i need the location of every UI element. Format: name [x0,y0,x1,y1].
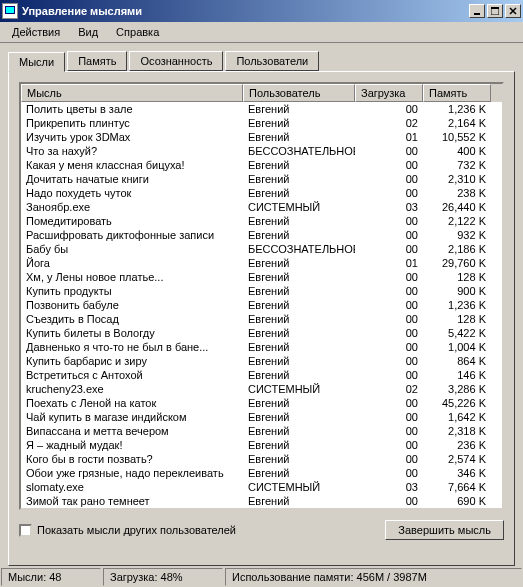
cell-user: Евгений [243,116,355,130]
cell-thought: Обои уже грязные, надо переклеивать [21,466,243,480]
column-user[interactable]: Пользователь [243,84,355,102]
cell-load: 00 [355,340,423,354]
tab-awareness[interactable]: Осознанность [129,51,223,71]
table-row[interactable]: Как быстро ногти выросли, недавно же..Ев… [21,508,502,510]
status-thoughts: Мысли: 48 [1,568,101,586]
cell-memory: 45,226 K [423,396,491,410]
title-bar: Управление мыслями [0,0,523,22]
table-row[interactable]: Расшифровать диктофонные записиЕвгений00… [21,228,502,242]
cell-memory: 900 K [423,284,491,298]
cell-memory: 1,004 K [423,340,491,354]
tab-memory[interactable]: Память [67,51,127,71]
table-row[interactable]: Випассана и метта вечеромЕвгений002,318 … [21,424,502,438]
table-row[interactable]: Съездить в ПосадЕвгений00128 K [21,312,502,326]
cell-thought: Надо похудеть чуток [21,186,243,200]
status-load: Загрузка: 48% [103,568,223,586]
table-row[interactable]: Зимой так рано темнеетЕвгений00690 K [21,494,502,508]
table-row[interactable]: Я – жадный мудак!Евгений00236 K [21,438,502,452]
cell-memory: 146 K [423,368,491,382]
cell-thought: Зимой так рано темнеет [21,494,243,508]
cell-memory: 690 K [423,494,491,508]
cell-user: Евгений [243,186,355,200]
cell-load: 00 [355,270,423,284]
menu-view[interactable]: Вид [70,24,106,40]
tab-panel: Мысль Пользователь Загрузка Память Полит… [8,71,515,566]
table-row[interactable]: Что за нахуй?БЕССОЗНАТЕЛЬНОЕ00400 K [21,144,502,158]
table-row[interactable]: Купить продуктыЕвгений00900 K [21,284,502,298]
table-row[interactable]: Поехать с Леной на катокЕвгений0045,226 … [21,396,502,410]
cell-user: Евгений [243,158,355,172]
cell-user: Евгений [243,312,355,326]
cell-thought: Расшифровать диктофонные записи [21,228,243,242]
svg-rect-4 [491,7,499,9]
listview-body[interactable]: Полить цветы в залеЕвгений001,236 KПрикр… [21,102,502,510]
column-thought[interactable]: Мысль [21,84,243,102]
close-button[interactable] [505,4,521,18]
table-row[interactable]: Кого бы в гости позвать?Евгений002,574 K [21,452,502,466]
cell-load: 00 [355,396,423,410]
table-row[interactable]: Бабу быБЕССОЗНАТЕЛЬНОЕ002,186 K [21,242,502,256]
svg-rect-1 [6,7,14,13]
tab-users[interactable]: Пользователи [225,51,319,71]
table-row[interactable]: Прикрепить плинтусЕвгений022,164 K [21,116,502,130]
table-row[interactable]: Надо похудеть чутокЕвгений00238 K [21,186,502,200]
cell-thought: Купить продукты [21,284,243,298]
table-row[interactable]: Полить цветы в залеЕвгений001,236 K [21,102,502,116]
cell-load: 02 [355,382,423,396]
cell-thought: Йога [21,256,243,270]
cell-thought: Полить цветы в зале [21,102,243,116]
cell-user: Евгений [243,354,355,368]
end-thought-button[interactable]: Завершить мысль [385,520,504,540]
cell-load: 00 [355,466,423,480]
cell-user: Евгений [243,228,355,242]
cell-memory: 238 K [423,186,491,200]
maximize-button[interactable] [487,4,503,18]
cell-memory: 932 K [423,228,491,242]
table-row[interactable]: Чай купить в магазе индийскомЕвгений001,… [21,410,502,424]
checkbox-box[interactable] [19,524,32,537]
table-row[interactable]: Какая у меня классная бицуха!Евгений0073… [21,158,502,172]
table-row[interactable]: Купить билеты в ВологдуЕвгений005,422 K [21,326,502,340]
cell-load: 00 [355,186,423,200]
minimize-button[interactable] [469,4,485,18]
cell-user: Евгений [243,424,355,438]
cell-user: Евгений [243,172,355,186]
table-row[interactable]: Обои уже грязные, надо переклеиватьЕвген… [21,466,502,480]
menu-help[interactable]: Справка [108,24,167,40]
cell-thought: Помедитировать [21,214,243,228]
table-row[interactable]: Хм, у Лены новое платье...Евгений00128 K [21,270,502,284]
cell-user: Евгений [243,508,355,510]
cell-memory: 7,664 K [423,480,491,494]
cell-load: 03 [355,480,423,494]
table-row[interactable]: Дочитать начатые книгиЕвгений002,310 K [21,172,502,186]
table-row[interactable]: Купить барбарис и зируЕвгений00864 K [21,354,502,368]
table-row[interactable]: ЙогаЕвгений0129,760 K [21,256,502,270]
table-row[interactable]: Изучить урок 3DMaxЕвгений0110,552 K [21,130,502,144]
table-row[interactable]: krucheny23.exeСИСТЕМНЫЙ023,286 K [21,382,502,396]
table-row[interactable]: Давненько я что-то не был в бане...Евген… [21,340,502,354]
cell-thought: Прикрепить плинтус [21,116,243,130]
table-row[interactable]: slomaty.exeСИСТЕМНЫЙ037,664 K [21,480,502,494]
table-row[interactable]: Встретиться с АнтохойЕвгений00146 K [21,368,502,382]
cell-memory: 346 K [423,466,491,480]
column-memory[interactable]: Память [423,84,491,102]
cell-load: 00 [355,228,423,242]
menu-actions[interactable]: Действия [4,24,68,40]
cell-load: 00 [355,354,423,368]
cell-load: 00 [355,158,423,172]
cell-memory: 1,642 K [423,410,491,424]
show-others-checkbox[interactable]: Показать мысли других пользователей [19,524,385,537]
cell-load: 00 [355,242,423,256]
cell-load: 00 [355,326,423,340]
column-load[interactable]: Загрузка [355,84,423,102]
table-row[interactable]: ПомедитироватьЕвгений002,122 K [21,214,502,228]
cell-load: 00 [355,144,423,158]
cell-load: 01 [355,256,423,270]
cell-thought: Изучить урок 3DMax [21,130,243,144]
cell-memory: 1,236 K [423,102,491,116]
cell-memory: 128 K [423,270,491,284]
cell-thought: Какая у меня классная бицуха! [21,158,243,172]
tab-thoughts[interactable]: Мысли [8,52,65,72]
table-row[interactable]: Позвонить бабулеЕвгений001,236 K [21,298,502,312]
table-row[interactable]: Заноябр.exeСИСТЕМНЫЙ0326,440 K [21,200,502,214]
